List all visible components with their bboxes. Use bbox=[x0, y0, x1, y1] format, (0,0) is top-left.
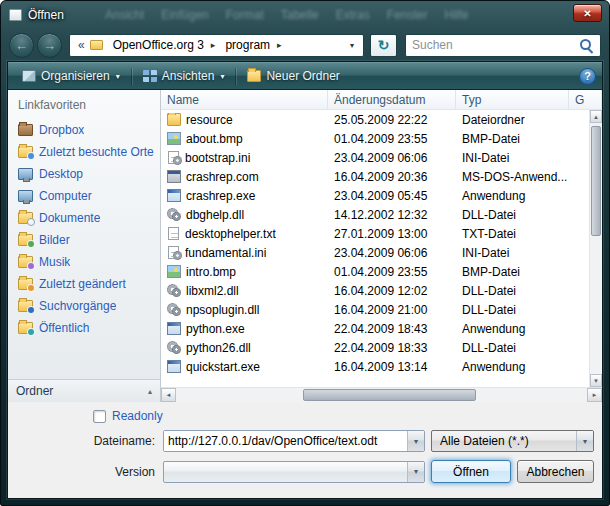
crumb-separator-icon[interactable]: ▸ bbox=[277, 40, 282, 50]
file-row[interactable]: crashrep.exe 23.04.2009 05:45 Anwendung bbox=[161, 186, 589, 205]
file-row[interactable]: intro.bmp 01.04.2009 23:55 BMP-Datei bbox=[161, 262, 589, 281]
txt-icon bbox=[168, 227, 179, 240]
file-date: 22.04.2009 18:33 bbox=[328, 341, 456, 355]
forward-button[interactable]: → bbox=[37, 33, 62, 58]
back-icon: ← bbox=[15, 38, 28, 53]
computer-icon bbox=[18, 190, 33, 202]
window-icon bbox=[9, 9, 22, 21]
file-row[interactable]: fundamental.ini 23.04.2009 06:06 INI-Dat… bbox=[161, 243, 589, 262]
file-type: Anwendung bbox=[456, 189, 569, 203]
scroll-right-button[interactable]: ► bbox=[587, 388, 602, 402]
file-row[interactable]: npsoplugin.dll 16.04.2009 21:00 DLL-Date… bbox=[161, 300, 589, 319]
filetype-dropdown[interactable]: Alle Dateien (*.*) ▾ bbox=[431, 430, 594, 452]
toolbar-separator bbox=[235, 68, 236, 85]
horizontal-scroll-track[interactable] bbox=[176, 388, 587, 402]
readonly-checkbox[interactable] bbox=[93, 410, 106, 423]
crumb-separator-icon[interactable]: ▸ bbox=[211, 40, 216, 50]
folders-bar[interactable]: Ordner ▴ bbox=[8, 379, 160, 402]
column-header-name[interactable]: Name bbox=[161, 90, 328, 109]
file-date: 01.04.2009 23:55 bbox=[328, 132, 456, 146]
file-type: DLL-Datei bbox=[456, 208, 569, 222]
scroll-left-button[interactable]: ◄ bbox=[161, 388, 176, 402]
background-text: Format bbox=[226, 8, 264, 22]
open-button[interactable]: Öffnen bbox=[431, 460, 511, 483]
horizontal-scrollbar[interactable]: ◄ ► bbox=[161, 387, 602, 402]
cancel-button[interactable]: Abbrechen bbox=[517, 460, 594, 483]
file-row[interactable]: bootstrap.ini 23.04.2009 06:06 INI-Datei bbox=[161, 148, 589, 167]
file-row[interactable]: dbghelp.dll 14.12.2002 12:32 DLL-Datei bbox=[161, 205, 589, 224]
new-folder-icon bbox=[247, 70, 261, 82]
sidebar-item-recent-changed[interactable]: Zuletzt geändert bbox=[8, 273, 160, 295]
organize-icon bbox=[22, 70, 36, 82]
breadcrumb[interactable]: « OpenOffice.org 3 ▸ program ▸ ▾ bbox=[69, 34, 364, 57]
scroll-up-button[interactable]: ▲ bbox=[590, 110, 602, 123]
file-row[interactable]: desktophelper.txt 27.01.2009 13:00 TXT-D… bbox=[161, 224, 589, 243]
searches-icon bbox=[18, 300, 33, 312]
file-row[interactable]: libxml2.dll 16.04.2009 12:02 DLL-Datei bbox=[161, 281, 589, 300]
vertical-scrollbar[interactable]: ▲ ▼ bbox=[589, 110, 602, 387]
scroll-down-button[interactable]: ▼ bbox=[590, 374, 602, 387]
dropbox-icon bbox=[18, 124, 33, 136]
help-button[interactable]: ? bbox=[579, 68, 596, 85]
sidebar-item-documents[interactable]: Dokumente bbox=[8, 207, 160, 229]
file-date: 16.04.2009 21:00 bbox=[328, 303, 456, 317]
file-name: crashrep.com bbox=[186, 170, 259, 184]
back-button[interactable]: ← bbox=[9, 33, 34, 58]
file-row[interactable]: quickstart.exe 16.04.2009 13:14 Anwendun… bbox=[161, 357, 589, 376]
recent-changed-icon bbox=[18, 278, 33, 290]
search-icon[interactable] bbox=[579, 38, 594, 53]
file-row[interactable]: crashrep.com 16.04.2009 20:36 MS-DOS-Anw… bbox=[161, 167, 589, 186]
version-dropdown[interactable]: ▾ bbox=[163, 461, 425, 483]
sidebar-item-desktop[interactable]: Desktop bbox=[8, 163, 160, 185]
views-button[interactable]: Ansichten ▾ bbox=[135, 66, 233, 86]
scroll-right-icon: ► bbox=[592, 392, 598, 398]
file-name: quickstart.exe bbox=[186, 360, 260, 374]
breadcrumb-overflow-button[interactable]: « bbox=[73, 38, 90, 52]
horizontal-scroll-thumb[interactable] bbox=[303, 389, 476, 401]
background-text: Extras bbox=[336, 8, 370, 22]
app-icon bbox=[167, 322, 181, 335]
vertical-scroll-track[interactable] bbox=[590, 123, 602, 374]
version-dropdown-button[interactable]: ▾ bbox=[407, 462, 424, 482]
breadcrumb-dropdown-icon[interactable]: ▾ bbox=[344, 41, 360, 50]
sidebar-item-computer[interactable]: Computer bbox=[8, 185, 160, 207]
file-name: libxml2.dll bbox=[186, 284, 239, 298]
filename-dropdown-button[interactable]: ▾ bbox=[407, 431, 424, 451]
organize-button[interactable]: Organisieren ▾ bbox=[14, 66, 128, 86]
search-box[interactable] bbox=[405, 34, 601, 57]
file-date: 14.12.2002 12:32 bbox=[328, 208, 456, 222]
file-type: INI-Datei bbox=[456, 246, 569, 260]
breadcrumb-segment-program[interactable]: program ▸ bbox=[220, 38, 286, 52]
new-folder-button[interactable]: Neuer Ordner bbox=[239, 66, 347, 86]
sidebar-list: Dropbox Zuletzt besuchte Orte Desktop Co… bbox=[8, 119, 160, 339]
image-icon bbox=[167, 132, 181, 145]
breadcrumb-segment-openoffice[interactable]: OpenOffice.org 3 ▸ bbox=[108, 38, 221, 52]
file-type: Anwendung bbox=[456, 322, 569, 336]
filename-input[interactable] bbox=[164, 431, 407, 451]
titlebar: AnsichtEinfügenFormatTabelleExtrasFenste… bbox=[1, 1, 609, 29]
file-row[interactable]: python.exe 22.04.2009 18:43 Anwendung bbox=[161, 319, 589, 338]
refresh-button[interactable]: ↻ bbox=[370, 34, 397, 57]
sidebar-item-searches[interactable]: Suchvorgänge bbox=[8, 295, 160, 317]
chevron-down-icon: ▾ bbox=[414, 467, 418, 476]
open-dialog: AnsichtEinfügenFormatTabelleExtrasFenste… bbox=[0, 0, 610, 506]
column-header-size[interactable]: G bbox=[569, 90, 602, 109]
sidebar-item-public[interactable]: Öffentlich bbox=[8, 317, 160, 339]
folder-icon bbox=[167, 113, 181, 126]
search-input[interactable] bbox=[406, 38, 579, 52]
file-list-viewport: resource 25.05.2009 22:22 Dateiordner ab… bbox=[161, 110, 602, 387]
file-row[interactable]: about.bmp 01.04.2009 23:55 BMP-Datei bbox=[161, 129, 589, 148]
file-row[interactable]: python26.dll 22.04.2009 18:33 DLL-Datei bbox=[161, 338, 589, 357]
sidebar-item-pictures[interactable]: Bilder bbox=[8, 229, 160, 251]
column-header-date[interactable]: Änderungsdatum bbox=[328, 90, 456, 109]
sidebar-item-recent[interactable]: Zuletzt besuchte Orte bbox=[8, 141, 160, 163]
column-header-type[interactable]: Typ bbox=[456, 90, 569, 109]
chevron-down-icon: ▾ bbox=[583, 437, 587, 446]
filetype-dropdown-button[interactable]: ▾ bbox=[576, 431, 593, 451]
sidebar-item-music[interactable]: Musik bbox=[8, 251, 160, 273]
file-row[interactable]: resource 25.05.2009 22:22 Dateiordner bbox=[161, 110, 589, 129]
sidebar-item-dropbox[interactable]: Dropbox bbox=[8, 119, 160, 141]
filename-combobox[interactable]: ▾ bbox=[163, 430, 425, 452]
vertical-scroll-thumb[interactable] bbox=[591, 126, 601, 236]
close-button[interactable]: ✕ bbox=[573, 4, 602, 22]
